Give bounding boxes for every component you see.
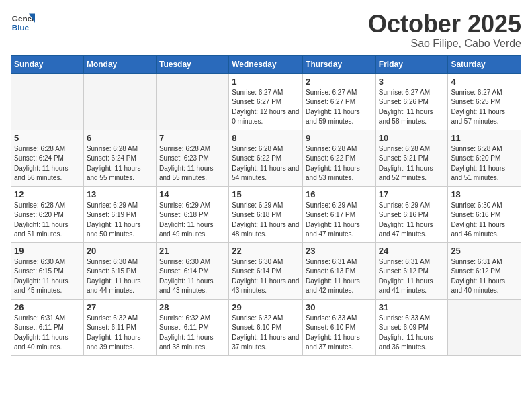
day-info: Sunrise: 6:29 AM Sunset: 6:18 PM Dayligh… xyxy=(159,201,226,240)
calendar-week-row: 19Sunrise: 6:30 AM Sunset: 6:15 PM Dayli… xyxy=(11,242,521,299)
calendar-cell: 24Sunrise: 6:31 AM Sunset: 6:12 PM Dayli… xyxy=(375,242,448,299)
calendar-cell: 26Sunrise: 6:31 AM Sunset: 6:11 PM Dayli… xyxy=(11,299,84,355)
day-info: Sunrise: 6:31 AM Sunset: 6:12 PM Dayligh… xyxy=(451,257,518,296)
calendar-cell: 2Sunrise: 6:27 AM Sunset: 6:27 PM Daylig… xyxy=(303,73,376,130)
page-header: General Blue October 2025 Sao Filipe, Ca… xyxy=(11,11,521,50)
calendar-cell xyxy=(448,299,521,355)
calendar-cell: 22Sunrise: 6:30 AM Sunset: 6:14 PM Dayli… xyxy=(229,242,303,299)
calendar-cell: 27Sunrise: 6:32 AM Sunset: 6:11 PM Dayli… xyxy=(83,299,156,355)
day-number: 21 xyxy=(159,246,226,256)
day-number: 14 xyxy=(159,189,226,199)
day-number: 27 xyxy=(87,302,153,312)
calendar-cell: 4Sunrise: 6:27 AM Sunset: 6:25 PM Daylig… xyxy=(448,73,521,130)
day-number: 30 xyxy=(306,302,373,312)
calendar-cell: 25Sunrise: 6:31 AM Sunset: 6:12 PM Dayli… xyxy=(448,242,521,299)
calendar-cell: 7Sunrise: 6:28 AM Sunset: 6:23 PM Daylig… xyxy=(156,130,228,186)
day-info: Sunrise: 6:29 AM Sunset: 6:19 PM Dayligh… xyxy=(87,201,153,240)
weekday-header: Sunday xyxy=(11,55,84,73)
calendar-cell: 13Sunrise: 6:29 AM Sunset: 6:19 PM Dayli… xyxy=(83,186,156,242)
calendar-cell: 9Sunrise: 6:28 AM Sunset: 6:22 PM Daylig… xyxy=(303,130,376,186)
day-number: 7 xyxy=(159,133,226,143)
calendar-cell: 15Sunrise: 6:29 AM Sunset: 6:18 PM Dayli… xyxy=(229,186,303,242)
calendar-cell: 11Sunrise: 6:28 AM Sunset: 6:20 PM Dayli… xyxy=(448,130,521,186)
calendar-week-row: 12Sunrise: 6:28 AM Sunset: 6:20 PM Dayli… xyxy=(11,186,521,242)
calendar-cell: 12Sunrise: 6:28 AM Sunset: 6:20 PM Dayli… xyxy=(11,186,84,242)
day-number: 4 xyxy=(451,77,518,87)
day-info: Sunrise: 6:28 AM Sunset: 6:20 PM Dayligh… xyxy=(14,201,81,240)
day-info: Sunrise: 6:32 AM Sunset: 6:11 PM Dayligh… xyxy=(87,314,153,353)
day-number: 26 xyxy=(14,302,81,312)
day-info: Sunrise: 6:32 AM Sunset: 6:11 PM Dayligh… xyxy=(159,314,226,353)
day-info: Sunrise: 6:30 AM Sunset: 6:14 PM Dayligh… xyxy=(159,257,226,296)
calendar-cell: 23Sunrise: 6:31 AM Sunset: 6:13 PM Dayli… xyxy=(303,242,376,299)
day-number: 11 xyxy=(451,133,518,143)
calendar-cell: 3Sunrise: 6:27 AM Sunset: 6:26 PM Daylig… xyxy=(375,73,448,130)
day-info: Sunrise: 6:33 AM Sunset: 6:10 PM Dayligh… xyxy=(306,314,373,353)
day-info: Sunrise: 6:33 AM Sunset: 6:09 PM Dayligh… xyxy=(379,314,445,353)
day-number: 8 xyxy=(232,133,300,143)
day-number: 24 xyxy=(379,246,445,256)
calendar-cell: 29Sunrise: 6:32 AM Sunset: 6:10 PM Dayli… xyxy=(229,299,303,355)
weekday-header-row: SundayMondayTuesdayWednesdayThursdayFrid… xyxy=(11,55,521,73)
day-number: 20 xyxy=(87,246,153,256)
day-number: 15 xyxy=(232,189,300,199)
logo-icon: General Blue xyxy=(11,11,35,35)
day-info: Sunrise: 6:29 AM Sunset: 6:17 PM Dayligh… xyxy=(306,201,373,240)
day-info: Sunrise: 6:28 AM Sunset: 6:22 PM Dayligh… xyxy=(232,144,300,183)
calendar-cell xyxy=(156,73,228,130)
day-number: 18 xyxy=(451,189,518,199)
calendar-cell: 10Sunrise: 6:28 AM Sunset: 6:21 PM Dayli… xyxy=(375,130,448,186)
calendar-cell: 30Sunrise: 6:33 AM Sunset: 6:10 PM Dayli… xyxy=(303,299,376,355)
logo: General Blue xyxy=(11,11,38,35)
day-number: 13 xyxy=(87,189,153,199)
day-info: Sunrise: 6:28 AM Sunset: 6:24 PM Dayligh… xyxy=(87,144,153,183)
day-number: 23 xyxy=(306,246,373,256)
day-number: 22 xyxy=(232,246,300,256)
calendar-cell: 1Sunrise: 6:27 AM Sunset: 6:27 PM Daylig… xyxy=(229,73,303,130)
day-info: Sunrise: 6:29 AM Sunset: 6:16 PM Dayligh… xyxy=(379,201,445,240)
calendar-cell: 8Sunrise: 6:28 AM Sunset: 6:22 PM Daylig… xyxy=(229,130,303,186)
day-number: 2 xyxy=(306,77,373,87)
calendar-cell: 5Sunrise: 6:28 AM Sunset: 6:24 PM Daylig… xyxy=(11,130,84,186)
day-info: Sunrise: 6:28 AM Sunset: 6:21 PM Dayligh… xyxy=(379,144,445,183)
svg-text:Blue: Blue xyxy=(12,23,30,32)
calendar-week-row: 5Sunrise: 6:28 AM Sunset: 6:24 PM Daylig… xyxy=(11,130,521,186)
calendar-cell xyxy=(83,73,156,130)
calendar-cell: 31Sunrise: 6:33 AM Sunset: 6:09 PM Dayli… xyxy=(375,299,448,355)
day-info: Sunrise: 6:28 AM Sunset: 6:20 PM Dayligh… xyxy=(451,144,518,183)
day-info: Sunrise: 6:30 AM Sunset: 6:15 PM Dayligh… xyxy=(87,257,153,296)
day-info: Sunrise: 6:27 AM Sunset: 6:27 PM Dayligh… xyxy=(306,88,373,127)
calendar-cell: 20Sunrise: 6:30 AM Sunset: 6:15 PM Dayli… xyxy=(83,242,156,299)
calendar-cell: 21Sunrise: 6:30 AM Sunset: 6:14 PM Dayli… xyxy=(156,242,228,299)
weekday-header: Tuesday xyxy=(156,55,228,73)
day-info: Sunrise: 6:29 AM Sunset: 6:18 PM Dayligh… xyxy=(232,201,300,240)
day-number: 3 xyxy=(379,77,445,87)
day-info: Sunrise: 6:27 AM Sunset: 6:27 PM Dayligh… xyxy=(232,88,300,127)
day-number: 12 xyxy=(14,189,81,199)
day-number: 5 xyxy=(14,133,81,143)
day-info: Sunrise: 6:30 AM Sunset: 6:14 PM Dayligh… xyxy=(232,257,300,296)
calendar-week-row: 26Sunrise: 6:31 AM Sunset: 6:11 PM Dayli… xyxy=(11,299,521,355)
calendar-table: SundayMondayTuesdayWednesdayThursdayFrid… xyxy=(11,55,521,356)
day-info: Sunrise: 6:31 AM Sunset: 6:12 PM Dayligh… xyxy=(379,257,445,296)
day-number: 10 xyxy=(379,133,445,143)
calendar-cell: 19Sunrise: 6:30 AM Sunset: 6:15 PM Dayli… xyxy=(11,242,84,299)
day-info: Sunrise: 6:30 AM Sunset: 6:16 PM Dayligh… xyxy=(451,201,518,240)
day-info: Sunrise: 6:28 AM Sunset: 6:24 PM Dayligh… xyxy=(14,144,81,183)
day-info: Sunrise: 6:28 AM Sunset: 6:22 PM Dayligh… xyxy=(306,144,373,183)
weekday-header: Monday xyxy=(83,55,156,73)
weekday-header: Friday xyxy=(375,55,448,73)
day-info: Sunrise: 6:27 AM Sunset: 6:25 PM Dayligh… xyxy=(451,88,518,127)
calendar-week-row: 1Sunrise: 6:27 AM Sunset: 6:27 PM Daylig… xyxy=(11,73,521,130)
weekday-header: Thursday xyxy=(303,55,376,73)
day-info: Sunrise: 6:28 AM Sunset: 6:23 PM Dayligh… xyxy=(159,144,226,183)
day-number: 25 xyxy=(451,246,518,256)
day-info: Sunrise: 6:31 AM Sunset: 6:13 PM Dayligh… xyxy=(306,257,373,296)
calendar-cell: 14Sunrise: 6:29 AM Sunset: 6:18 PM Dayli… xyxy=(156,186,228,242)
month-title: October 2025 xyxy=(368,11,521,38)
day-number: 19 xyxy=(14,246,81,256)
weekday-header: Saturday xyxy=(448,55,521,73)
calendar-cell xyxy=(11,73,84,130)
day-number: 16 xyxy=(306,189,373,199)
day-number: 1 xyxy=(232,77,300,87)
